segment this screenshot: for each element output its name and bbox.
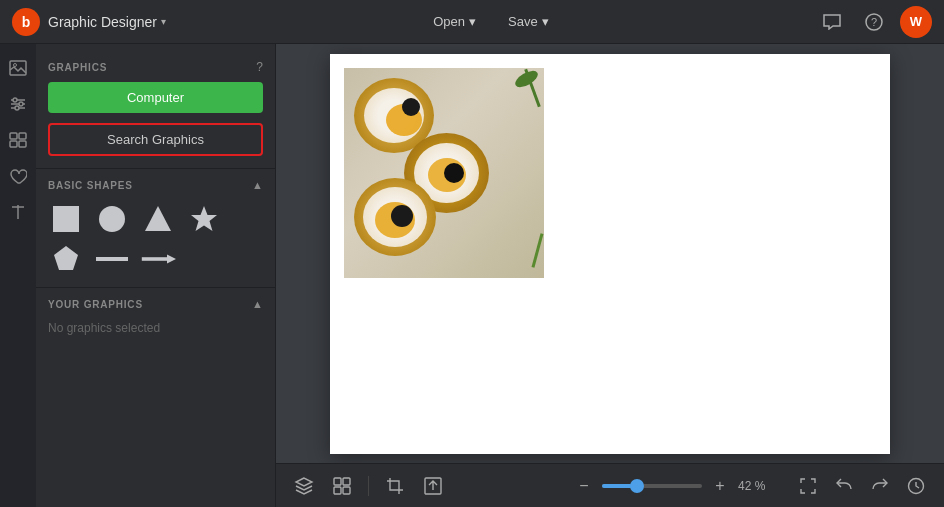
computer-button[interactable]: Computer <box>48 82 263 113</box>
svg-marker-23 <box>167 255 176 264</box>
your-graphics-header: YOUR GRAPHICS ▲ <box>48 298 263 310</box>
heart-icon <box>9 168 27 185</box>
your-graphics-title: YOUR GRAPHICS <box>48 299 143 310</box>
svg-rect-24 <box>334 478 341 485</box>
export-button[interactable] <box>417 470 449 502</box>
grid-tool-button[interactable] <box>2 124 34 156</box>
zoom-slider[interactable] <box>602 484 702 488</box>
comment-button[interactable] <box>816 6 848 38</box>
svg-point-9 <box>15 106 19 110</box>
comment-icon <box>823 14 841 30</box>
export-icon <box>424 477 442 495</box>
triangle-shape[interactable] <box>140 201 176 237</box>
crop-icon <box>386 477 404 495</box>
zoom-in-button[interactable]: + <box>708 474 732 498</box>
undo-icon <box>835 478 853 494</box>
heart-tool-button[interactable] <box>2 160 34 192</box>
zoom-plus-icon: + <box>715 477 724 495</box>
zoom-controls: − + 42 % <box>572 474 774 498</box>
app-logo[interactable]: b <box>12 8 40 36</box>
canvas[interactable] <box>330 54 890 454</box>
svg-text:?: ? <box>871 16 877 28</box>
line-shape[interactable] <box>94 241 130 277</box>
svg-rect-13 <box>19 141 26 147</box>
svg-point-3 <box>14 64 17 67</box>
search-graphics-button[interactable]: Search Graphics <box>48 123 263 156</box>
save-button[interactable]: Save ▾ <box>496 9 561 34</box>
svg-marker-19 <box>191 206 217 231</box>
crop-button[interactable] <box>379 470 411 502</box>
tart-2-berry <box>444 163 464 183</box>
food-bg <box>344 68 544 278</box>
topbar-right: ? W <box>816 6 932 38</box>
sliders-tool-button[interactable] <box>2 88 34 120</box>
svg-rect-26 <box>334 487 341 494</box>
title-text: Graphic Designer <box>48 14 157 30</box>
open-chevron-icon: ▾ <box>469 14 476 29</box>
graphics-section-title: GRAPHICS <box>48 62 107 73</box>
history-button[interactable] <box>900 470 932 502</box>
tart-3 <box>354 178 436 256</box>
icon-sidebar <box>0 44 36 507</box>
open-button[interactable]: Open ▾ <box>421 9 488 34</box>
your-graphics-chevron-icon[interactable]: ▲ <box>252 298 263 310</box>
arrow-shape[interactable] <box>140 241 176 277</box>
shapes-grid <box>48 201 263 277</box>
basic-shapes-title: BASIC SHAPES <box>48 180 133 191</box>
zoom-out-button[interactable]: − <box>572 474 596 498</box>
help-button[interactable]: ? <box>858 6 890 38</box>
open-label: Open <box>433 14 465 29</box>
image-tool-button[interactable] <box>2 52 34 84</box>
svg-point-17 <box>99 206 125 232</box>
svg-rect-27 <box>343 487 350 494</box>
layers-button[interactable] <box>288 470 320 502</box>
food-image <box>344 68 544 278</box>
shapes-chevron-icon[interactable]: ▲ <box>252 179 263 191</box>
grid-view-button[interactable] <box>326 470 358 502</box>
sliders-icon <box>9 96 27 112</box>
star-shape[interactable] <box>186 201 222 237</box>
pentagon-icon <box>51 244 81 274</box>
canvas-area: − + 42 % <box>276 44 944 507</box>
app-title[interactable]: Graphic Designer ▾ <box>48 14 166 30</box>
save-label: Save <box>508 14 538 29</box>
undo-button[interactable] <box>828 470 860 502</box>
zoom-percent-label: 42 % <box>738 479 774 493</box>
herb-leaf <box>513 68 541 90</box>
text-icon <box>11 204 25 220</box>
tart-1-berry <box>402 98 420 116</box>
tart-3-cream <box>363 187 427 247</box>
circle-shape[interactable] <box>94 201 130 237</box>
svg-point-8 <box>19 102 23 106</box>
shapes-header: BASIC SHAPES ▲ <box>48 179 263 191</box>
square-shape[interactable] <box>48 201 84 237</box>
fit-icon <box>799 477 817 495</box>
svg-marker-18 <box>145 206 171 231</box>
bottom-bar: − + 42 % <box>276 463 944 507</box>
fit-button[interactable] <box>792 470 824 502</box>
herb-2 <box>532 233 544 268</box>
redo-icon <box>871 478 889 494</box>
bottom-right-buttons <box>792 470 932 502</box>
redo-button[interactable] <box>864 470 896 502</box>
canvas-wrapper[interactable] <box>276 44 944 463</box>
avatar-letter: W <box>910 14 922 29</box>
no-graphics-label: No graphics selected <box>48 321 160 335</box>
topbar-center: Open ▾ Save ▾ <box>166 9 816 34</box>
tart-1-cream <box>364 88 424 143</box>
graphics-section-header: GRAPHICS ? <box>36 56 275 82</box>
svg-marker-20 <box>54 246 78 270</box>
svg-rect-10 <box>10 133 17 139</box>
user-avatar[interactable]: W <box>900 6 932 38</box>
triangle-icon <box>143 204 173 234</box>
circle-icon <box>97 204 127 234</box>
svg-rect-11 <box>19 133 26 139</box>
svg-rect-12 <box>10 141 17 147</box>
pentagon-shape[interactable] <box>48 241 84 277</box>
help-icon: ? <box>865 13 883 31</box>
basic-shapes-section: BASIC SHAPES ▲ <box>36 169 275 287</box>
square-icon <box>51 204 81 234</box>
help-info-icon[interactable]: ? <box>256 60 263 74</box>
image-icon <box>9 60 27 76</box>
text-tool-button[interactable] <box>2 196 34 228</box>
